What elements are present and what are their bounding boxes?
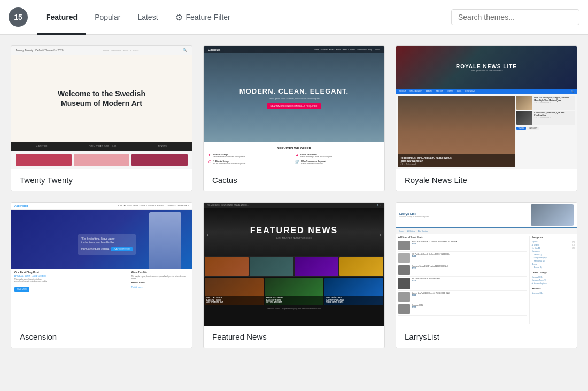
theme-name-twenty-twenty: Twenty Twenty	[11, 169, 192, 191]
search-input[interactable]	[451, 9, 579, 25]
tab-featured[interactable]: Featured	[37, 1, 86, 35]
theme-name-cactus: Cactus	[204, 169, 384, 191]
feature-filter-button[interactable]: ⚙ Feature Filter	[167, 12, 239, 22]
tab-list: Featured Popular Latest	[37, 0, 167, 34]
theme-card-larrys-list[interactable]: Larrys List Classified Listings for Sunb…	[396, 202, 577, 348]
theme-name-ascension: Ascension	[11, 326, 192, 348]
theme-card-royale-news-lite[interactable]: ROYALE NEWS LITE Lorem ipsum dolor sit a…	[396, 45, 577, 191]
theme-preview-cactus: CactTus Home Services Media About Team C…	[204, 46, 384, 169]
theme-preview-twenty-twenty: Twenty Twenty Default Theme for 2020 Hom…	[11, 46, 192, 169]
theme-card-featured-news[interactable]: THU AUG 10 2017 NEWS ONLINE TRAVEL & MOR…	[203, 202, 385, 348]
theme-name-featured-news: Featured News	[204, 326, 384, 348]
theme-grid: Twenty Twenty Default Theme for 2020 Hom…	[0, 35, 588, 359]
theme-card-ascension[interactable]: Ascension HOME ABOUT US NEWS CONTACT GAL…	[11, 202, 192, 348]
theme-preview-larrys-list: Larrys List Classified Listings for Sunb…	[396, 203, 577, 326]
gear-icon: ⚙	[175, 12, 183, 22]
theme-name-royale: Royale News Lite	[396, 169, 577, 191]
feature-filter-label: Feature Filter	[186, 13, 230, 21]
toolbar: 15 Featured Popular Latest ⚙ Feature Fil…	[0, 0, 588, 35]
theme-name-larrys-list: LarrysList	[396, 326, 577, 348]
tab-popular[interactable]: Popular	[86, 1, 129, 35]
theme-preview-ascension: Ascension HOME ABOUT US NEWS CONTACT GAL…	[11, 203, 192, 326]
theme-count-badge: 15	[9, 7, 28, 27]
theme-card-twenty-twenty[interactable]: Twenty Twenty Default Theme for 2020 Hom…	[11, 45, 192, 191]
theme-preview-featured-news: THU AUG 10 2017 NEWS ONLINE TRAVEL & MOR…	[204, 203, 384, 326]
theme-preview-royale: ROYALE NEWS LITE Lorem ipsum dolor sit a…	[396, 46, 577, 169]
search-wrapper	[451, 9, 579, 25]
tab-latest[interactable]: Latest	[129, 1, 166, 35]
theme-card-cactus[interactable]: CactTus Home Services Media About Team C…	[203, 45, 385, 191]
